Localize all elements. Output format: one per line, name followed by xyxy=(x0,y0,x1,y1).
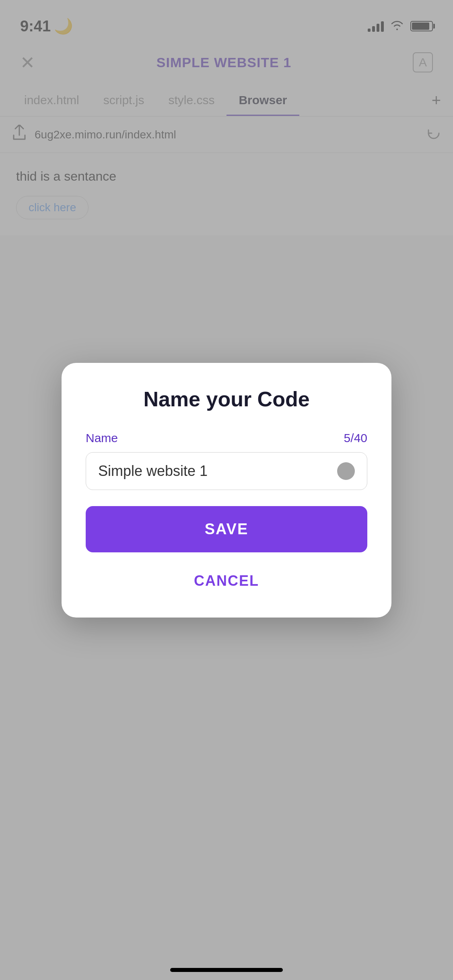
home-indicator xyxy=(170,968,283,972)
field-label: Name xyxy=(86,431,118,445)
name-input[interactable] xyxy=(98,463,337,480)
save-button[interactable]: SAVE xyxy=(86,506,367,552)
cursor-indicator xyxy=(337,462,355,480)
name-code-modal: Name your Code Name 5/40 SAVE CANCEL xyxy=(62,363,391,618)
modal-field-header: Name 5/40 xyxy=(86,431,367,445)
modal-title: Name your Code xyxy=(143,387,309,411)
cancel-button[interactable]: CANCEL xyxy=(186,564,267,597)
modal-overlay: Name your Code Name 5/40 SAVE CANCEL xyxy=(0,0,453,980)
field-char-count: 5/40 xyxy=(344,431,367,445)
modal-input-wrapper xyxy=(86,452,367,490)
